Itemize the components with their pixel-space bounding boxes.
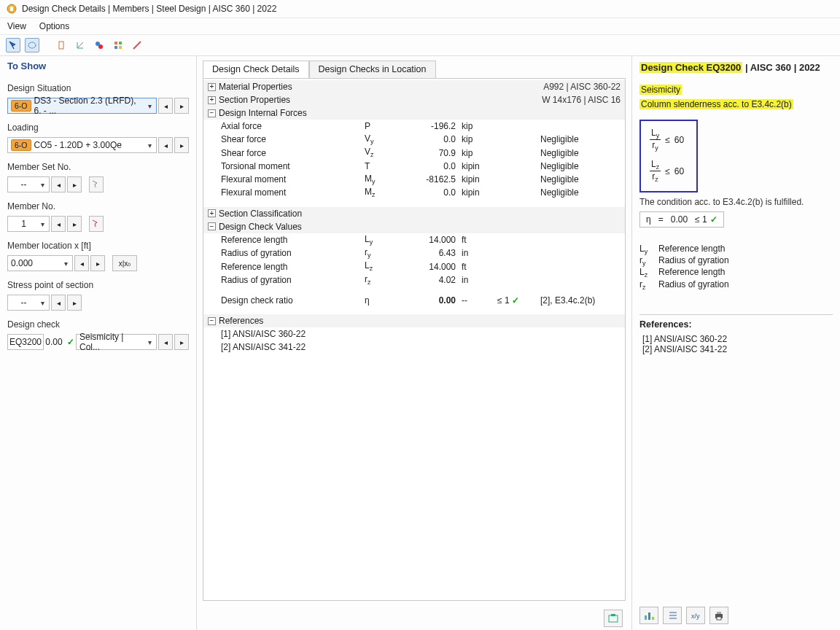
svg-rect-9 [119, 46, 122, 49]
tree-section-classification[interactable]: + Section Classification [203, 207, 625, 220]
combo-design-check-desc[interactable]: Seismicity | Col... ▾ [76, 334, 157, 350]
reference-item: [1] ANSI/AISC 360-22 [639, 334, 833, 344]
prev-design-check[interactable]: ◂ [158, 334, 173, 350]
design-check-ratio: 0.00 [45, 337, 62, 347]
combo-member-set-no[interactable]: -- ▾ [7, 176, 50, 192]
prev-location[interactable]: ◂ [74, 255, 89, 271]
next-stress-point[interactable]: ▸ [67, 295, 82, 311]
tool-color-icon[interactable] [111, 38, 125, 52]
table-row: Shear forceVy0.0kipNegligible [203, 133, 625, 146]
tree-references[interactable]: − References [203, 314, 625, 327]
tool-node-icon[interactable] [92, 38, 106, 52]
combo-member-location[interactable]: 0.000 ▾ [7, 255, 73, 271]
legend-row: ryRadius of gyration [639, 255, 833, 267]
design-situation-value: DS3 - Section 2.3 (LRFD), 6. - ... [34, 96, 144, 116]
prev-member-set[interactable]: ◂ [51, 176, 66, 192]
expand-icon[interactable]: + [208, 209, 216, 217]
pick-member-icon[interactable] [89, 216, 104, 232]
tool-cursor-icon[interactable] [6, 38, 20, 52]
tree-section-properties[interactable]: + Section Properties W 14x176 | AISC 16 [203, 93, 625, 106]
label-member-no: Member No. [7, 201, 189, 211]
table-row: Flexural momentMy-8162.5kipinNegligible [203, 173, 625, 186]
export-button[interactable] [604, 610, 623, 627]
window-title: Design Check Details | Members | Steel D… [22, 4, 276, 14]
chevron-down-icon: ▾ [147, 102, 153, 110]
label-design-check: Design check [7, 319, 189, 330]
combo-member-no[interactable]: 1 ▾ [7, 216, 50, 232]
tool-line-icon[interactable] [130, 38, 144, 52]
menu-options[interactable]: Options [39, 21, 69, 31]
menu-view[interactable]: View [7, 21, 26, 31]
next-design-check[interactable]: ▸ [174, 334, 189, 350]
member-no-value: 1 [21, 219, 26, 229]
tab-design-checks-location[interactable]: Design Checks in Location [309, 61, 436, 78]
prev-stress-point[interactable]: ◂ [51, 295, 66, 311]
chevron-down-icon: ▾ [39, 220, 46, 228]
svg-rect-13 [645, 615, 647, 620]
tab-design-check-details[interactable]: Design Check Details [203, 61, 309, 78]
rp-sub1: Seismicity [639, 85, 833, 95]
table-row: Axial forceP-196.2kip [203, 120, 625, 133]
prev-design-situation[interactable]: ◂ [158, 98, 173, 114]
collapse-icon[interactable]: − [208, 317, 216, 325]
svg-rect-3 [59, 42, 63, 49]
formula-box: Lyry ≤ 60 Lzrz ≤ 60 [639, 120, 698, 192]
chevron-down-icon: ▾ [39, 299, 46, 307]
table-row: Reference lengthLz14.000ft [203, 260, 625, 273]
expand-icon[interactable]: + [208, 83, 216, 91]
combo-loading[interactable]: 6-O CO5 - 1.20D + 3.00Qe ▾ [7, 137, 157, 153]
combo-design-situation[interactable]: 6-O DS3 - Section 2.3 (LRFD), 6. - ... ▾ [7, 98, 157, 114]
tree-design-check-values[interactable]: − Design Check Values [203, 220, 625, 233]
bottom-icons: x/y [639, 602, 833, 624]
badge-loading: 6-O [11, 139, 31, 151]
legend-row: LyReference length [639, 244, 833, 255]
badge-design-situation: 6-O [11, 100, 31, 112]
svg-point-2 [28, 42, 36, 48]
collapse-icon[interactable]: − [208, 222, 216, 230]
loading-value: CO5 - 1.20D + 3.00Qe [34, 140, 122, 150]
next-member[interactable]: ▸ [67, 216, 82, 232]
label-member-location: Member location x [ft] [7, 241, 189, 251]
list-icon[interactable] [663, 607, 682, 624]
tool-axis-icon[interactable] [73, 38, 88, 52]
print-icon[interactable] [709, 607, 728, 624]
svg-text:x/y: x/y [691, 612, 700, 620]
chart-icon[interactable] [639, 607, 658, 624]
legend-row: LzReference length [639, 267, 833, 279]
svg-line-10 [133, 42, 141, 49]
table-row: Reference lengthLy14.000ft [203, 233, 625, 246]
right-panel: Design Check EQ3200 | AISC 360 | 2022 Se… [632, 56, 840, 630]
menu-bar: View Options [0, 18, 840, 35]
svg-rect-6 [114, 42, 117, 44]
next-location[interactable]: ▸ [90, 255, 105, 271]
prev-loading[interactable]: ◂ [158, 137, 173, 153]
tree-design-check-ratio: Design check ratio η 0.00 -- ≤ 1 ✓ [2], … [203, 294, 625, 307]
tree-material-properties[interactable]: + Material Properties A992 | AISC 360-22 [203, 80, 625, 93]
design-check-code: EQ3200 [7, 334, 44, 350]
next-member-set[interactable]: ▸ [67, 176, 82, 192]
collapse-icon[interactable]: − [208, 109, 216, 117]
app-icon [6, 3, 18, 15]
label-loading: Loading [7, 122, 189, 133]
toolbar [0, 35, 840, 56]
expand-icon[interactable]: + [208, 96, 216, 104]
tool-lasso-icon[interactable] [25, 38, 39, 52]
combo-stress-point[interactable]: -- ▾ [7, 295, 50, 311]
tabs: Design Check Details Design Checks in Lo… [197, 56, 631, 78]
pick-member-set-icon[interactable] [89, 176, 104, 192]
chevron-down-icon: ▾ [39, 181, 46, 189]
location-mode-button[interactable]: x|x₀ [112, 255, 137, 271]
table-row: Shear forceVz70.9kipNegligible [203, 146, 625, 159]
next-loading[interactable]: ▸ [174, 137, 189, 153]
svg-rect-11 [609, 615, 618, 622]
prev-member[interactable]: ◂ [51, 216, 66, 232]
next-design-situation[interactable]: ▸ [174, 98, 189, 114]
stress-point-value: -- [21, 298, 27, 308]
tree-area[interactable]: + Material Properties A992 | AISC 360-22… [203, 78, 626, 601]
svg-rect-15 [652, 617, 654, 620]
references-header: References: [639, 314, 833, 330]
rp-sub2: Column slenderness acc. to E3.4c.2(b) [639, 99, 833, 109]
formula-icon[interactable]: x/y [686, 607, 705, 624]
tool-section-icon[interactable] [54, 38, 69, 52]
tree-design-internal-forces[interactable]: − Design Internal Forces [203, 106, 625, 120]
